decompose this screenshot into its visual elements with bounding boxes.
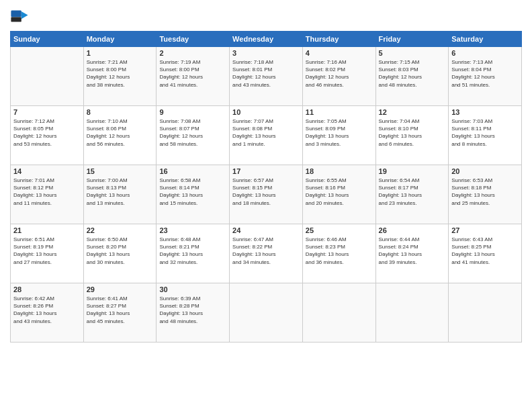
- day-info: Sunrise: 6:46 AMSunset: 8:23 PMDaylight:…: [306, 236, 373, 266]
- logo: [10, 7, 32, 26]
- day-info: Sunrise: 6:43 AMSunset: 8:25 PMDaylight:…: [451, 236, 519, 266]
- day-info: Sunrise: 6:39 AMSunset: 8:28 PMDaylight:…: [159, 295, 226, 325]
- day-cell: 15Sunrise: 7:00 AMSunset: 8:13 PMDayligh…: [83, 165, 157, 224]
- day-info: Sunrise: 6:58 AMSunset: 8:14 PMDaylight:…: [159, 177, 226, 207]
- day-number: 15: [87, 167, 154, 175]
- day-info: Sunrise: 7:19 AMSunset: 8:00 PMDaylight:…: [159, 58, 226, 89]
- day-number: 18: [306, 167, 373, 175]
- day-info: Sunrise: 7:03 AMSunset: 8:11 PMDaylight:…: [451, 118, 519, 148]
- day-number: 16: [159, 167, 226, 175]
- day-cell: 7Sunrise: 7:12 AMSunset: 8:05 PMDaylight…: [11, 106, 84, 165]
- week-row-1: 1Sunrise: 7:21 AMSunset: 8:00 PMDaylight…: [11, 47, 522, 106]
- day-cell: 25Sunrise: 6:46 AMSunset: 8:23 PMDayligh…: [302, 224, 375, 283]
- day-info: Sunrise: 6:47 AMSunset: 8:22 PMDaylight:…: [232, 236, 300, 266]
- day-number: 11: [306, 108, 373, 116]
- day-number: 2: [159, 49, 226, 57]
- day-cell: 17Sunrise: 6:57 AMSunset: 8:15 PMDayligh…: [230, 165, 303, 224]
- weekday-header-row: SundayMondayTuesdayWednesdayThursdayFrid…: [11, 32, 522, 47]
- day-number: 14: [13, 167, 81, 175]
- day-number: 9: [159, 108, 226, 116]
- week-row-2: 7Sunrise: 7:12 AMSunset: 8:05 PMDaylight…: [11, 106, 522, 165]
- day-number: 7: [13, 108, 81, 116]
- day-info: Sunrise: 6:55 AMSunset: 8:16 PMDaylight:…: [306, 177, 373, 207]
- day-cell: [11, 47, 84, 106]
- day-number: 6: [451, 49, 519, 57]
- day-cell: 14Sunrise: 7:01 AMSunset: 8:12 PMDayligh…: [11, 165, 84, 224]
- day-info: Sunrise: 7:04 AMSunset: 8:10 PMDaylight:…: [379, 118, 446, 148]
- day-info: Sunrise: 7:05 AMSunset: 8:09 PMDaylight:…: [306, 118, 373, 148]
- day-cell: 4Sunrise: 7:16 AMSunset: 8:02 PMDaylight…: [302, 47, 375, 106]
- day-number: 17: [232, 167, 300, 175]
- day-cell: 12Sunrise: 7:04 AMSunset: 8:10 PMDayligh…: [375, 106, 449, 165]
- day-cell: [302, 283, 375, 342]
- day-number: 12: [379, 108, 446, 116]
- day-cell: 5Sunrise: 7:15 AMSunset: 8:03 PMDaylight…: [375, 47, 449, 106]
- day-cell: 9Sunrise: 7:08 AMSunset: 8:07 PMDaylight…: [157, 106, 230, 165]
- day-cell: 24Sunrise: 6:47 AMSunset: 8:22 PMDayligh…: [230, 224, 303, 283]
- weekday-friday: Friday: [375, 32, 449, 47]
- day-info: Sunrise: 7:08 AMSunset: 8:07 PMDaylight:…: [159, 118, 226, 148]
- svg-rect-1: [11, 17, 21, 21]
- day-cell: 18Sunrise: 6:55 AMSunset: 8:16 PMDayligh…: [302, 165, 375, 224]
- day-info: Sunrise: 7:15 AMSunset: 8:03 PMDaylight:…: [379, 58, 446, 89]
- weekday-wednesday: Wednesday: [230, 32, 303, 47]
- day-number: 24: [232, 226, 300, 234]
- day-cell: 3Sunrise: 7:18 AMSunset: 8:01 PMDaylight…: [230, 47, 303, 106]
- day-info: Sunrise: 7:16 AMSunset: 8:02 PMDaylight:…: [306, 58, 373, 89]
- day-info: Sunrise: 7:12 AMSunset: 8:05 PMDaylight:…: [13, 118, 81, 148]
- day-cell: 10Sunrise: 7:07 AMSunset: 8:08 PMDayligh…: [230, 106, 303, 165]
- day-cell: 20Sunrise: 6:53 AMSunset: 8:18 PMDayligh…: [449, 165, 522, 224]
- day-cell: [230, 283, 303, 342]
- svg-marker-2: [21, 11, 28, 19]
- day-info: Sunrise: 7:18 AMSunset: 8:01 PMDaylight:…: [232, 58, 300, 89]
- day-cell: 26Sunrise: 6:44 AMSunset: 8:24 PMDayligh…: [375, 224, 449, 283]
- day-number: 30: [159, 285, 226, 293]
- day-cell: 22Sunrise: 6:50 AMSunset: 8:20 PMDayligh…: [83, 224, 157, 283]
- day-info: Sunrise: 7:13 AMSunset: 8:04 PMDaylight:…: [451, 58, 519, 89]
- day-cell: 29Sunrise: 6:41 AMSunset: 8:27 PMDayligh…: [83, 283, 157, 342]
- day-info: Sunrise: 6:44 AMSunset: 8:24 PMDaylight:…: [379, 236, 446, 266]
- day-info: Sunrise: 6:48 AMSunset: 8:21 PMDaylight:…: [159, 236, 226, 266]
- day-cell: [449, 283, 522, 342]
- day-number: 27: [451, 226, 519, 234]
- day-cell: 23Sunrise: 6:48 AMSunset: 8:21 PMDayligh…: [157, 224, 230, 283]
- day-number: 22: [87, 226, 154, 234]
- week-row-4: 21Sunrise: 6:51 AMSunset: 8:19 PMDayligh…: [11, 224, 522, 283]
- day-cell: 30Sunrise: 6:39 AMSunset: 8:28 PMDayligh…: [157, 283, 230, 342]
- logo-icon: [10, 7, 29, 26]
- day-number: 26: [379, 226, 446, 234]
- day-info: Sunrise: 6:53 AMSunset: 8:18 PMDaylight:…: [451, 177, 519, 207]
- day-info: Sunrise: 6:51 AMSunset: 8:19 PMDaylight:…: [13, 236, 81, 266]
- day-info: Sunrise: 7:07 AMSunset: 8:08 PMDaylight:…: [232, 118, 300, 148]
- day-number: 21: [13, 226, 81, 234]
- day-cell: 8Sunrise: 7:10 AMSunset: 8:06 PMDaylight…: [83, 106, 157, 165]
- day-number: 5: [379, 49, 446, 57]
- day-number: 20: [451, 167, 519, 175]
- weekday-monday: Monday: [83, 32, 157, 47]
- page: SundayMondayTuesdayWednesdayThursdayFrid…: [0, 0, 532, 411]
- day-number: 23: [159, 226, 226, 234]
- day-cell: 6Sunrise: 7:13 AMSunset: 8:04 PMDaylight…: [449, 47, 522, 106]
- day-number: 1: [87, 49, 154, 57]
- day-number: 28: [13, 285, 81, 293]
- day-info: Sunrise: 7:21 AMSunset: 8:00 PMDaylight:…: [87, 58, 154, 89]
- day-cell: 1Sunrise: 7:21 AMSunset: 8:00 PMDaylight…: [83, 47, 157, 106]
- day-cell: 13Sunrise: 7:03 AMSunset: 8:11 PMDayligh…: [449, 106, 522, 165]
- day-info: Sunrise: 6:50 AMSunset: 8:20 PMDaylight:…: [87, 236, 154, 266]
- day-cell: 11Sunrise: 7:05 AMSunset: 8:09 PMDayligh…: [302, 106, 375, 165]
- weekday-tuesday: Tuesday: [157, 32, 230, 47]
- day-cell: 21Sunrise: 6:51 AMSunset: 8:19 PMDayligh…: [11, 224, 84, 283]
- day-cell: 27Sunrise: 6:43 AMSunset: 8:25 PMDayligh…: [449, 224, 522, 283]
- weekday-sunday: Sunday: [11, 32, 84, 47]
- week-row-3: 14Sunrise: 7:01 AMSunset: 8:12 PMDayligh…: [11, 165, 522, 224]
- header: [10, 7, 522, 26]
- day-number: 19: [379, 167, 446, 175]
- day-cell: 16Sunrise: 6:58 AMSunset: 8:14 PMDayligh…: [157, 165, 230, 224]
- day-info: Sunrise: 7:10 AMSunset: 8:06 PMDaylight:…: [87, 118, 154, 148]
- day-cell: 28Sunrise: 6:42 AMSunset: 8:26 PMDayligh…: [11, 283, 84, 342]
- day-cell: 2Sunrise: 7:19 AMSunset: 8:00 PMDaylight…: [157, 47, 230, 106]
- day-number: 13: [451, 108, 519, 116]
- day-info: Sunrise: 6:42 AMSunset: 8:26 PMDaylight:…: [13, 295, 81, 325]
- day-number: 8: [87, 108, 154, 116]
- day-cell: [375, 283, 449, 342]
